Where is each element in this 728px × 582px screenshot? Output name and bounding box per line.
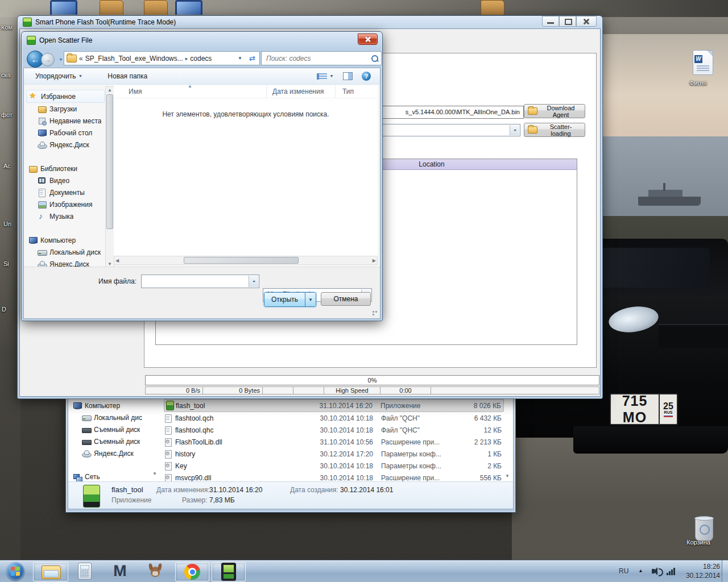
tray-clock[interactable]: 18:26 30.12.2014 (680, 562, 720, 580)
sidebar-item-yandex-disk[interactable]: Яндекс.Диск (26, 139, 105, 151)
desktop-icon-label-recycle-bin[interactable]: Корзина (686, 539, 710, 546)
breadcrumb-parent[interactable]: SP_Flash_Tool_exe_Windows... (85, 55, 183, 63)
organize-menu-button[interactable]: Упорядочить▼ (31, 69, 87, 83)
desktop-icon-label[interactable]: Si (3, 260, 9, 267)
file-row[interactable]: flashtool.qhc30.10.2014 10:18Файл "QHC"1… (164, 424, 504, 436)
desktop-icon-folder[interactable] (100, 0, 123, 15)
address-bar[interactable]: « SP_Flash_Tool_exe_Windows... ▸ codecs … (64, 51, 246, 65)
help-button[interactable]: ? (357, 69, 375, 83)
flash-tool-titlebar[interactable]: Smart Phone Flash Tool(Runtime Trace Mod… (18, 16, 602, 28)
scroll-left-arrow[interactable]: ◀ (115, 257, 119, 264)
desktop-icon-label[interactable]: Ком (1, 24, 13, 31)
dialog-close-button[interactable] (358, 34, 378, 45)
scroll-right-arrow[interactable]: ▶ (373, 257, 376, 264)
open-dropdown-icon[interactable]: ▼ (305, 293, 316, 306)
start-button[interactable] (5, 562, 26, 580)
file-row[interactable]: flash_tool31.10.2014 16:20Приложение8 02… (164, 399, 504, 412)
file-name-input[interactable] (141, 275, 259, 288)
chevron-down-icon[interactable] (510, 125, 519, 135)
taskbar-chrome-button[interactable] (175, 562, 209, 581)
sidebar-item-video[interactable]: Видео (26, 174, 105, 186)
desktop-icon-label[interactable]: Un (3, 221, 11, 227)
sidebar-item-libraries[interactable]: Библиотеки (26, 163, 105, 174)
list-horizontal-scrollbar[interactable]: ◀ ▶ (114, 256, 378, 265)
sidebar-item-computer[interactable]: Компьютер (71, 400, 150, 411)
taskbar-emule-button[interactable] (141, 562, 169, 580)
address-dropdown-icon[interactable]: ▼ (238, 56, 242, 61)
tray-language-indicator[interactable]: RU (619, 567, 628, 575)
column-header-date[interactable]: Дата изменения (267, 85, 336, 98)
file-row[interactable]: Key30.10.2014 10:18Параметры конф...2 КБ (164, 460, 504, 472)
sidebar-item-music[interactable]: Музыка (26, 210, 105, 222)
sidebar-item-computer[interactable]: Компьютер (26, 234, 105, 246)
desktop-icon-folder[interactable] (144, 0, 168, 15)
minimize-button[interactable] (542, 16, 559, 27)
desktop-icon-word-doc[interactable]: W (693, 50, 713, 75)
sidebar-item-removable-disk[interactable]: Съемный диск (71, 423, 150, 435)
removable-disk-icon (82, 425, 91, 434)
sidebar-item-documents[interactable]: Документы (26, 186, 105, 198)
folder-icon (528, 107, 537, 115)
preview-pane-button[interactable] (338, 69, 357, 83)
sidebar-scrollbar[interactable]: ▲ ▼ (105, 86, 114, 268)
tray-show-hidden-icons[interactable]: ▲ (638, 568, 643, 573)
dialog-titlebar[interactable]: Open Scatter File (22, 32, 382, 49)
maximize-button[interactable] (559, 16, 576, 27)
sidebar-scroll-down-arrow[interactable]: ▼ (151, 471, 158, 477)
nav-history-chevron-icon[interactable]: ▼ (59, 57, 63, 61)
breadcrumb-current[interactable]: codecs (190, 55, 212, 63)
taskbar-calculator-button[interactable] (71, 562, 99, 580)
sidebar-item-desktop[interactable]: Рабочий стол (26, 127, 105, 139)
refresh-button[interactable]: ⇄ (245, 51, 260, 65)
scrollbar-thumb[interactable] (106, 94, 113, 229)
file-row[interactable]: FlashToolLib.dll31.10.2014 10:56Расширен… (164, 436, 504, 448)
open-split-button[interactable]: Открыть ▼ (264, 292, 316, 307)
desktop-icon-label[interactable]: D (2, 306, 6, 313)
taskbar-explorer-button[interactable] (33, 562, 68, 581)
desktop-icon-recycle-bin[interactable] (695, 517, 713, 541)
sidebar-item-yandex-disk[interactable]: Яндекс.Диск (71, 447, 150, 459)
sidebar-item-recent-places[interactable]: Недавние места (26, 115, 105, 127)
desktop-icon-label[interactable]: ска (1, 72, 11, 78)
file-row[interactable]: msvcp90.dll30.10.2014 10:18Расширение пр… (164, 472, 504, 481)
scatter-loading-button[interactable]: Scatter-loading (524, 123, 585, 137)
config-file-icon (164, 450, 173, 459)
sidebar-item-local-disk[interactable]: Локальный дис (71, 411, 150, 423)
sidebar-item-pictures[interactable]: Изображения (26, 198, 105, 210)
taskbar-flash-tool-button[interactable] (212, 562, 246, 581)
taskbar-m-app-button[interactable]: M (106, 562, 134, 580)
column-header-type[interactable]: Тип (336, 85, 378, 98)
tray-volume-icon[interactable] (652, 567, 662, 576)
desktop-icon-label[interactable]: фот (1, 111, 13, 118)
sidebar-item-local-disk[interactable]: Локальный диск (26, 246, 105, 258)
tray-network-signal-icon[interactable] (667, 567, 678, 575)
scroll-up-arrow[interactable]: ▲ (106, 87, 114, 94)
scrollbar-thumb[interactable] (184, 257, 299, 264)
file-row[interactable]: flashtool.qch30.10.2014 10:18Файл "QCH"6… (164, 412, 504, 424)
desktop-icon-computer[interactable] (175, 0, 202, 15)
search-icon[interactable] (371, 55, 379, 63)
file-list-scroll-down-arrow[interactable]: ▼ (504, 473, 511, 480)
resize-grip[interactable] (372, 310, 379, 317)
search-box[interactable]: Поиск: codecs (261, 51, 382, 65)
sidebar-item-network[interactable]: Сеть (71, 471, 150, 483)
close-button[interactable] (576, 16, 597, 27)
download-agent-button[interactable]: Download Agent (524, 104, 585, 118)
sidebar-item-favorites[interactable]: Избранное (26, 90, 105, 103)
views-button[interactable]: ▼ (312, 69, 338, 83)
column-header-name[interactable]: Имя ▲ (114, 85, 267, 98)
sidebar-item-removable-disk[interactable]: Съемный диск (71, 435, 150, 447)
chevron-down-icon[interactable] (249, 276, 258, 287)
cancel-button[interactable]: Отмена (321, 292, 371, 306)
sidebar-item-downloads[interactable]: Загрузки (26, 103, 105, 115)
forward-button[interactable]: → (41, 53, 55, 66)
new-folder-button[interactable]: Новая папка (103, 69, 152, 83)
breadcrumb-overflow-chevrons[interactable]: « (79, 55, 83, 63)
desktop-icon-computer[interactable] (50, 0, 77, 15)
show-desktop-button[interactable] (722, 560, 728, 582)
file-row[interactable]: history30.12.2014 17:20Параметры конф...… (164, 448, 504, 460)
desktop-icon-label-word-doc[interactable]: Фигня (689, 80, 707, 86)
desktop-icon-folder[interactable] (481, 0, 504, 15)
open-button[interactable]: Открыть (264, 293, 305, 306)
desktop-icon-label[interactable]: Ас (3, 163, 11, 169)
